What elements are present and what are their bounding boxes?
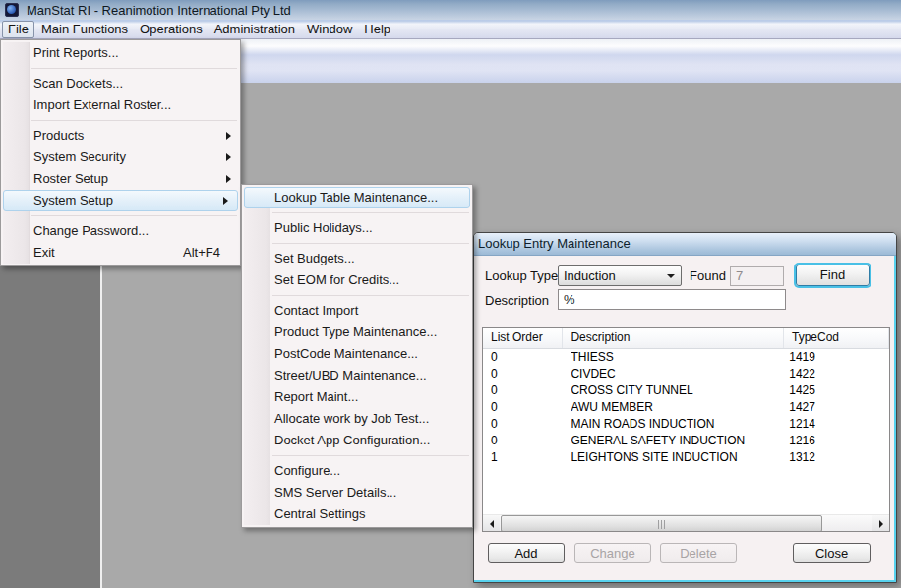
- menu-bar: File Main Functions Operations Administr…: [0, 20, 901, 39]
- lookup-entry-maintenance-dialog: Lookup Entry Maintenance Lookup Type Ind…: [473, 232, 897, 583]
- menu-item-set-budgets[interactable]: Set Budgets...: [242, 248, 472, 269]
- menu-item-system-security[interactable]: System Security: [1, 147, 240, 168]
- table-header-row: List Order Description TypeCod: [483, 328, 889, 349]
- found-label: Found: [690, 268, 726, 283]
- dialog-title-bar[interactable]: Lookup Entry Maintenance: [474, 233, 896, 256]
- window-title: ManStat RI - Reanimotion International P…: [27, 3, 291, 18]
- menu-separator: [242, 291, 472, 300]
- scrollbar-thumb[interactable]: [501, 515, 822, 532]
- menu-window[interactable]: Window: [302, 21, 357, 38]
- table-row[interactable]: 0 CIVDEC 1422: [483, 366, 889, 382]
- menu-shortcut: Alt+F4: [183, 242, 220, 264]
- table-row[interactable]: 0 THIESS 1419: [483, 349, 889, 366]
- delete-button: Delete: [660, 543, 737, 563]
- menu-item-public-holidays[interactable]: Public Holidays...: [242, 217, 472, 239]
- horizontal-scrollbar[interactable]: [483, 514, 889, 531]
- menu-item-report-maint[interactable]: Report Maint...: [242, 386, 472, 408]
- menu-item-scan-dockets[interactable]: Scan Dockets...: [1, 73, 240, 94]
- menu-item-docket-app-configuration[interactable]: Docket App Configuration...: [242, 430, 472, 451]
- menu-separator: [1, 116, 240, 125]
- lookup-type-select[interactable]: Induction: [558, 265, 682, 286]
- file-menu-popup: Print Reports... Scan Dockets... Import …: [0, 39, 241, 266]
- close-button[interactable]: Close: [793, 543, 871, 563]
- menu-item-products[interactable]: Products: [1, 125, 240, 147]
- menu-help[interactable]: Help: [359, 21, 395, 38]
- find-button[interactable]: Find: [796, 265, 870, 286]
- menu-administration[interactable]: Administration: [210, 21, 300, 38]
- chevron-down-icon: [667, 274, 675, 278]
- menu-separator: [242, 239, 472, 248]
- menu-item-configure[interactable]: Configure...: [242, 460, 472, 482]
- menu-item-allocate-work-by-job-test[interactable]: Allocate work by Job Test...: [242, 408, 472, 430]
- menu-operations[interactable]: Operations: [135, 21, 208, 38]
- menu-item-sms-server-details[interactable]: SMS Server Details...: [242, 482, 472, 503]
- scroll-right-icon: [879, 520, 883, 528]
- table-row[interactable]: 1 LEIGHTONS SITE INDUCTION 1312: [483, 449, 889, 466]
- submenu-arrow-icon: [223, 197, 228, 205]
- menu-separator: [1, 211, 240, 220]
- column-header-typecode[interactable]: TypeCod: [784, 328, 889, 348]
- lookup-type-label: Lookup Type: [485, 268, 558, 283]
- lookup-type-value: Induction: [564, 268, 616, 283]
- menu-item-change-password[interactable]: Change Password...: [1, 220, 240, 242]
- menu-main-functions[interactable]: Main Functions: [36, 21, 133, 38]
- description-input[interactable]: %: [558, 289, 786, 310]
- menu-item-street-ubd-maintenance[interactable]: Street/UBD Maintenance...: [242, 365, 472, 386]
- scroll-right-button[interactable]: [872, 515, 889, 532]
- menu-item-postcode-maintenance[interactable]: PostCode Maintenance...: [242, 343, 472, 365]
- menu-item-set-eom-for-credits[interactable]: Set EOM for Credits...: [242, 269, 472, 291]
- menu-item-exit[interactable]: ExitAlt+F4: [1, 242, 240, 264]
- submenu-arrow-icon: [226, 132, 231, 140]
- menu-item-product-type-maintenance[interactable]: Product Type Maintenance...: [242, 322, 472, 343]
- add-button[interactable]: Add: [488, 543, 565, 563]
- change-button: Change: [574, 543, 651, 563]
- title-bar[interactable]: ManStat RI - Reanimotion International P…: [0, 0, 901, 20]
- table-row[interactable]: 0 MAIN ROADS INDUCTION 1214: [483, 416, 889, 433]
- menu-item-central-settings[interactable]: Central Settings: [242, 503, 472, 525]
- menu-item-print-reports[interactable]: Print Reports...: [1, 42, 240, 64]
- menu-item-lookup-table-maintenance[interactable]: Lookup Table Maintenance...: [244, 187, 470, 208]
- menu-separator: [242, 451, 472, 460]
- dialog-title: Lookup Entry Maintenance: [478, 236, 631, 251]
- menu-item-contact-import[interactable]: Contact Import: [242, 300, 472, 322]
- menu-item-roster-setup[interactable]: Roster Setup: [1, 168, 240, 190]
- submenu-arrow-icon: [226, 175, 231, 183]
- table-row[interactable]: 0 AWU MEMBER 1427: [483, 399, 889, 416]
- column-header-description[interactable]: Description: [563, 328, 784, 348]
- menu-separator: [1, 64, 240, 73]
- menu-item-import-external-roster[interactable]: Import External Roster...: [1, 94, 240, 116]
- lookup-entries-table: List Order Description TypeCod 0 THIESS …: [482, 327, 890, 532]
- table-row[interactable]: 0 CROSS CITY TUNNEL 1425: [483, 382, 889, 399]
- column-header-list-order[interactable]: List Order: [483, 328, 563, 348]
- system-setup-submenu-popup: Lookup Table Maintenance... Public Holid…: [241, 184, 473, 528]
- scroll-left-button[interactable]: [483, 515, 500, 532]
- table-row[interactable]: 0 GENERAL SAFETY INDUCTION 1216: [483, 433, 889, 449]
- menu-separator: [242, 208, 472, 217]
- found-field: 7: [730, 266, 784, 286]
- app-icon: [5, 3, 19, 17]
- menu-item-system-setup[interactable]: System Setup: [3, 190, 238, 211]
- scroll-left-icon: [490, 520, 494, 528]
- submenu-arrow-icon: [226, 153, 231, 161]
- menu-file[interactable]: File: [2, 21, 34, 38]
- description-label: Description: [485, 293, 549, 308]
